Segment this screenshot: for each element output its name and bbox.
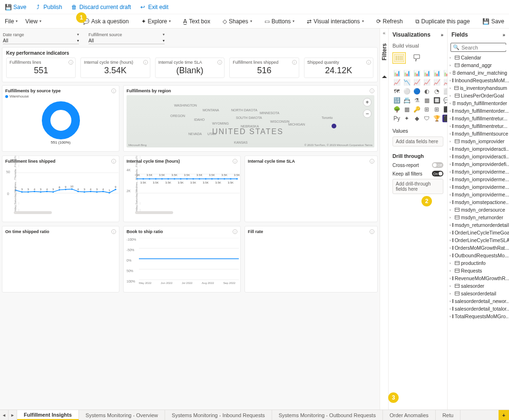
tile-fulfillments-by-source[interactable]: i Fulfillments by source type Warehouse …	[2, 85, 119, 152]
viz-type-chip[interactable]: 🗺	[392, 88, 401, 95]
kpi-band[interactable]: Key performance indicators iFulfillments…	[2, 47, 378, 82]
kpi-card[interactable]: iInternal cycle time SLA(Blank)	[155, 58, 225, 78]
viz-type-chip[interactable]: ▦	[402, 106, 411, 113]
field-table-item[interactable]: ›demand_inv_matching	[448, 69, 509, 77]
field-table-item[interactable]: ›Requests	[448, 267, 509, 274]
file-menu[interactable]: File▾	[2, 16, 20, 27]
viz-type-chip[interactable]: 📊	[412, 69, 421, 77]
viz-type-chip[interactable]: 📈	[412, 78, 421, 86]
viz-type-chip[interactable]: ◆	[412, 115, 421, 122]
page-tab[interactable]: Fulfillment Insights	[17, 410, 79, 420]
field-table-item[interactable]: ›msdyn_returnorder	[448, 214, 509, 221]
tile-ontime-ratio[interactable]: i On time shipped ratio	[2, 226, 119, 293]
tile-fill-rate[interactable]: i Fill rate	[245, 226, 378, 293]
info-icon[interactable]: i	[143, 60, 148, 65]
viz-type-chip[interactable]: ⬜	[442, 88, 447, 95]
field-table-item[interactable]: ›msdyn_fulfillmentretur...	[448, 115, 509, 122]
slicer-date-range[interactable]: Date range▾ All▾	[3, 32, 79, 44]
viz-type-chip[interactable]: 📇	[402, 97, 411, 104]
map-visual[interactable]: WASHINGTON MONTANA NORTH DAKOTA SOUTH DA…	[127, 95, 374, 147]
field-table-item[interactable]: ›RevenueMoMGrowthR...	[448, 274, 509, 282]
fields-search[interactable]: 🔍	[450, 43, 506, 52]
field-table-item[interactable]: ›msdyn_fulfillmentsource	[448, 130, 509, 137]
discard-button[interactable]: 🗑Discard current draft	[71, 4, 131, 10]
tile-book-to-ship[interactable]: i Book to ship ratio -100%-50%0%50%100%M…	[123, 226, 241, 293]
tile-lines-shipped[interactable]: i Fulfillment lines shipped 500733434389…	[2, 156, 119, 222]
kpi-card[interactable]: iFulfillments lines551	[6, 58, 76, 78]
tile-cycle-time[interactable]: i Internal cycle time (hours) 4K2K3.5K3.…	[123, 156, 241, 222]
viz-type-chip[interactable]: ⚗	[412, 97, 421, 104]
values-dropzone[interactable]: Add data fields here	[392, 137, 443, 147]
field-table-item[interactable]: ›demand_aggr	[448, 61, 509, 69]
viz-type-chip[interactable]: ▦	[422, 97, 431, 104]
tab-scroll-right[interactable]: ►	[9, 410, 17, 420]
cross-report-toggle[interactable]: Off	[432, 162, 443, 168]
refresh-button[interactable]: ⟳Refresh	[373, 16, 406, 27]
info-icon[interactable]: i	[370, 88, 374, 93]
filters-pane-collapsed[interactable]: « Filters ⏷	[380, 29, 388, 414]
kpi-card[interactable]: iInternal cycle time (hours)3.54K	[80, 58, 150, 78]
info-icon[interactable]: i	[69, 60, 73, 65]
viz-type-chip[interactable]: 📊	[422, 69, 431, 77]
field-table-item[interactable]: ›msdyn_iomproviderdefi...	[448, 160, 509, 168]
viz-type-chip[interactable]: 🔑	[412, 106, 421, 113]
viz-type-chip[interactable]: 🔲	[432, 97, 441, 104]
info-icon[interactable]: i	[217, 60, 222, 65]
viz-type-chip[interactable]: ⚪	[402, 88, 411, 95]
field-table-item[interactable]: ›msdyn_fulfillmentretur...	[448, 122, 509, 130]
info-icon[interactable]: i	[111, 88, 116, 93]
collapse-fields-icon[interactable]: »	[502, 32, 505, 38]
kpi-card[interactable]: iFulfillment lines shipped516	[229, 58, 299, 78]
viz-type-chip[interactable]: 📈	[392, 78, 401, 86]
viz-type-chip[interactable]: ⬛	[442, 115, 447, 122]
info-icon[interactable]: i	[370, 229, 374, 234]
page-tab[interactable]: Systems Monitoring - Outbound Requests	[272, 410, 383, 420]
field-table-item[interactable]: ›is_inventoryhandsum	[448, 84, 509, 92]
report-canvas[interactable]: Date range▾ All▾ Fulfillment source▾ All…	[0, 29, 380, 414]
viz-type-chip[interactable]: 🏆	[432, 115, 441, 122]
ask-question-button[interactable]: 💬Ask a question	[79, 16, 132, 27]
keep-filters-toggle[interactable]: On	[432, 171, 443, 176]
field-table-item[interactable]: ›TotalRequestsMoMGro...	[448, 313, 509, 320]
info-icon[interactable]: i	[292, 60, 297, 65]
info-icon[interactable]: i	[111, 229, 116, 234]
viz-type-chip[interactable]: Py	[392, 115, 401, 122]
field-table-item[interactable]: ›msdyn_ordersource	[448, 206, 509, 214]
field-table-item[interactable]: ›salesorder	[448, 282, 509, 290]
info-icon[interactable]: i	[370, 159, 374, 164]
viz-type-chip[interactable]: 🛡	[422, 115, 431, 122]
viz-type-chip[interactable]: 📈	[422, 78, 431, 86]
field-table-item[interactable]: ›salesorderdetail	[448, 290, 509, 297]
viz-type-chip[interactable]: 📊	[432, 69, 441, 77]
viz-type-chip[interactable]: ✦	[402, 115, 411, 122]
viz-type-chip[interactable]: 📈	[432, 78, 441, 86]
field-table-item[interactable]: ›msdyn_iomprovider	[448, 137, 509, 145]
viz-type-chip[interactable]: 🔢	[392, 97, 401, 104]
field-table-item[interactable]: ›OrderLineCycleTimeSLA	[448, 236, 509, 244]
field-table-item[interactable]: ›Calendar	[448, 54, 509, 61]
tile-cycle-sla[interactable]: i Internal cycle time SLA	[245, 156, 378, 222]
tab-scroll-left[interactable]: ◄	[0, 410, 9, 420]
field-table-item[interactable]: ›OrderLineCycleTimeGoal	[448, 229, 509, 236]
field-table-item[interactable]: ›msdyn_iomproviderme...	[448, 183, 509, 191]
field-table-item[interactable]: ›msdyn_iomproviderme...	[448, 176, 509, 183]
expand-filters-icon[interactable]: «	[383, 30, 386, 36]
field-table-item[interactable]: ›msdyn_iomstepactione...	[448, 198, 509, 206]
tile-fulfillments-by-region[interactable]: i Fulfillments by region WASHINGTON MONT…	[123, 85, 378, 152]
info-icon[interactable]: i	[366, 60, 371, 65]
map-zoom-in[interactable]: +	[363, 98, 372, 107]
field-table-item[interactable]: ›LinesPerOrderGoal	[448, 92, 509, 99]
kpi-card[interactable]: iShipped quantity24.12K	[304, 58, 373, 78]
field-table-item[interactable]: ›productinfo	[448, 259, 509, 267]
page-tab[interactable]: Order Anomalies	[383, 410, 436, 420]
field-table-item[interactable]: ›msdyn_fulfillmentorder	[448, 99, 509, 107]
collapse-viz-icon[interactable]: »	[440, 32, 443, 38]
explore-menu[interactable]: ✦Explore▾	[138, 16, 174, 27]
exit-edit-button[interactable]: ↩Exit edit	[139, 4, 168, 10]
buttons-menu[interactable]: ▭Buttons▾	[262, 16, 298, 27]
publish-button[interactable]: ⤴Publish	[35, 4, 62, 10]
view-menu[interactable]: View▾	[22, 16, 44, 27]
add-page-button[interactable]: +	[499, 410, 509, 420]
viz-type-chip[interactable]: 📈	[442, 78, 447, 86]
field-table-item[interactable]: ›msdyn_returnorderdetail	[448, 221, 509, 229]
